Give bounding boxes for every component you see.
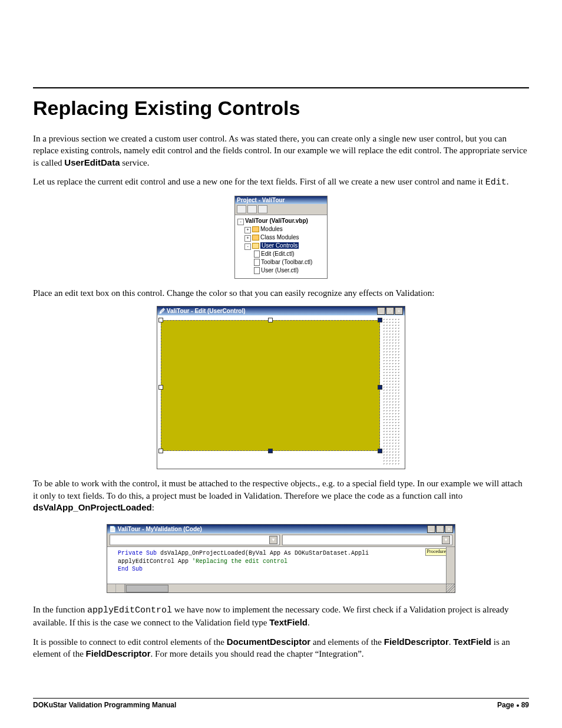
text: :: [152, 503, 154, 512]
file-icon: [254, 267, 260, 274]
footer-title: DOKuStar Validation Programming Manual: [33, 701, 176, 709]
paragraph: In the function applyEditControl we have…: [33, 604, 529, 629]
text: . For more details you should read the c…: [151, 649, 364, 658]
resize-handle: [378, 385, 382, 390]
collapse-icon: -: [237, 219, 244, 225]
text: In the function: [33, 605, 87, 614]
paragraph: Let us replace the current edit control …: [33, 176, 529, 189]
text: Let us replace the current edit control …: [33, 177, 485, 186]
folder-icon: [252, 235, 259, 241]
type-name: DocumentDesciptor: [227, 637, 311, 647]
code-inline: applyEditControl: [87, 605, 172, 615]
window-titlebar: 📄 ValiTour - MyValidation (Code) _□×: [107, 525, 455, 533]
window-title: 📄 ValiTour - MyValidation (Code): [109, 526, 202, 532]
tree-item: Edit (Edit.ctl): [261, 251, 295, 257]
horizontal-scrollbar[interactable]: [107, 584, 455, 592]
combo-value: dsValApp: [112, 537, 139, 543]
expand-icon: +: [244, 227, 251, 233]
text: .: [308, 618, 310, 627]
intro-paragraph: In a previous section we created a custo…: [33, 133, 529, 169]
type-name: FieldDescriptor: [384, 637, 449, 647]
tree-root: ValiTour (ValiTour.vbp): [245, 218, 308, 224]
type-name: TextField: [269, 617, 308, 627]
resize-handle: [268, 318, 273, 322]
maximize-icon: □: [386, 307, 394, 315]
text: service.: [120, 158, 150, 167]
text: and elements of the: [310, 637, 384, 647]
file-icon: [254, 259, 260, 266]
function-name: dsValApp_OnProjectLoaded: [33, 502, 152, 512]
project-tree: -ValiTour (ValiTour.vbp) +Modules +Class…: [235, 215, 327, 278]
text: .: [507, 177, 509, 186]
resize-handle: [158, 449, 163, 453]
tree-folder: Modules: [260, 226, 283, 232]
file-icon: [254, 251, 260, 258]
folder-icon: [252, 226, 259, 232]
maximize-icon: □: [436, 525, 444, 533]
combo-value: OnProjectLoaded: [285, 537, 333, 543]
resize-handle: [158, 318, 163, 322]
code-selectors: dsValApp▾ OnProjectLoaded▾: [107, 533, 455, 547]
procedure-tag: Procedure: [425, 548, 448, 556]
chevron-down-icon: ▾: [269, 536, 277, 544]
paragraph: To be able to work with the control, it …: [33, 477, 529, 513]
top-rule: [33, 87, 529, 88]
code-comment: 'Replacing the edit control: [192, 558, 287, 565]
code-keyword: Private Sub: [118, 550, 157, 556]
window-buttons: _□×: [427, 525, 453, 533]
designer-surface: [157, 315, 405, 469]
type-name: TextField: [453, 637, 491, 647]
code-text: dsValApp_OnProjectLoaded(ByVal App As DO…: [157, 550, 369, 556]
resize-handle: [378, 318, 382, 322]
expand-icon: +: [244, 235, 251, 242]
resize-handle: [378, 449, 382, 453]
service-name: UserEditData: [64, 157, 120, 167]
page-number: Page89: [497, 701, 529, 709]
tree-item: User (User.ctl): [261, 267, 299, 274]
project-title: Project - ValiTour: [235, 196, 327, 204]
minimize-icon: _: [377, 307, 385, 315]
type-name: FieldDescriptor: [86, 648, 151, 658]
code-window-figure: 📄 ValiTour - MyValidation (Code) _□× dsV…: [107, 524, 455, 593]
resize-grip-icon: [446, 584, 455, 592]
window-titlebar: 🖉 ValiTour - Edit (UserControl) _□×: [157, 307, 405, 315]
close-icon: ×: [445, 525, 453, 533]
user-control-designer-figure: 🖉 ValiTour - Edit (UserControl) _□×: [157, 306, 405, 469]
design-grid: [382, 318, 400, 465]
vertical-scrollbar[interactable]: [446, 547, 455, 584]
folder-open-icon: [252, 243, 259, 249]
text: To be able to work with the control, it …: [33, 479, 523, 500]
code-text: applyEditControl App: [118, 558, 192, 565]
object-combo[interactable]: dsValApp▾: [110, 535, 280, 545]
page-heading: Replacing Existing Controls: [33, 97, 529, 120]
resize-handle: [268, 449, 273, 453]
project-toolbar: [235, 204, 327, 215]
code-keyword: End Sub: [118, 566, 143, 572]
minimize-icon: _: [427, 525, 435, 533]
paragraph: It is possible to connect to edit contro…: [33, 636, 529, 660]
paragraph: Place an edit text box on this control. …: [33, 287, 529, 299]
project-explorer-figure: Project - ValiTour -ValiTour (ValiTour.v…: [234, 196, 328, 279]
window-title: 🖉 ValiTour - Edit (UserControl): [159, 308, 246, 314]
tree-folder: Class Modules: [260, 234, 299, 241]
page-footer: DOKuStar Validation Programming Manual P…: [33, 698, 529, 709]
chevron-down-icon: ▾: [442, 536, 450, 544]
resize-handle: [158, 385, 163, 390]
procedure-combo[interactable]: OnProjectLoaded▾: [282, 535, 452, 545]
tree-folder-selected: User Controls: [260, 242, 299, 249]
tree-item: Toolbar (Toolbar.ctl): [261, 259, 312, 265]
window-buttons: _□×: [376, 307, 403, 315]
code-inline: Edit: [485, 177, 507, 187]
text: It is possible to connect to edit contro…: [33, 637, 227, 647]
close-icon: ×: [395, 307, 403, 315]
collapse-icon: -: [244, 243, 251, 250]
code-area: Procedure Private Sub dsValApp_OnProject…: [107, 547, 455, 584]
edit-textbox: [161, 320, 380, 451]
